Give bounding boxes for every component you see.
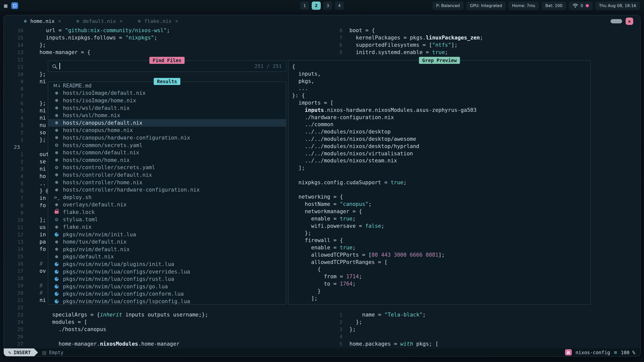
result-filename: README.md [63, 83, 92, 89]
line-number: 17 [4, 267, 23, 275]
code-line[interactable]: 23 specialArgs = {inherit inputs outputs… [4, 311, 335, 319]
code-line[interactable]: 14}; [4, 41, 335, 49]
result-item[interactable]: >_deploy.sh [48, 194, 286, 201]
line-number: 5 [4, 180, 23, 187]
tab-default.nix[interactable]: ❄default.nix× [76, 18, 123, 24]
code-line[interactable]: 13home-manager = { [4, 49, 335, 56]
status-dot-icon [586, 4, 589, 7]
wifi-icon [573, 4, 578, 8]
result-item[interactable]: ❄flake.nix [48, 223, 286, 231]
code-line[interactable]: 8boot = { [335, 27, 641, 34]
tab-close-icon[interactable]: × [175, 18, 178, 24]
clock-module: Thu Aug 08, 18:16 [595, 2, 640, 10]
line-number: 8 [4, 85, 23, 93]
yaml-icon: ⚙ [53, 165, 60, 170]
result-item[interactable]: pkgs/nvim/nvim/lua/configs/lspconfig.lua [48, 298, 286, 305]
line-number: 3 [4, 122, 23, 129]
code-line[interactable]: 22 [4, 304, 335, 311]
result-item[interactable]: ❄hosts/canopus/home.nix [48, 127, 286, 134]
workspace-button-2[interactable]: 2 [312, 2, 321, 10]
result-item[interactable]: ❄pkgs/nvim/default.nix [48, 246, 286, 253]
code-text: modules = [ [23, 319, 87, 326]
app-launcher-icon[interactable]: ▦ [4, 3, 7, 9]
window-toggle-icon[interactable] [611, 19, 622, 23]
workspace-button-3[interactable]: 3 [323, 2, 332, 10]
lock-icon [55, 211, 59, 214]
tab-flake.nix[interactable]: ❄flake.nix× [138, 18, 178, 24]
result-filename: pkgs/nvim/nvim/lua/configs/rust.lua [63, 276, 174, 282]
result-item[interactable]: ⚙stylua.toml [48, 216, 286, 223]
result-item[interactable]: pkgs/nvim/nvim/lua/plugins/init.lua [48, 260, 286, 268]
code-line[interactable]: 15 inputs.nixpkgs.follows = "nixpkgs"; [4, 34, 335, 41]
shell-icon: >_ [53, 195, 60, 200]
result-filename: hosts/wsl/home.nix [63, 112, 120, 118]
result-item[interactable]: pkgs/nvim/nvim/init.lua [48, 231, 286, 238]
result-item[interactable]: pkgs/nvim/nvim/lua/configs/go.lua [48, 283, 286, 290]
result-item[interactable]: ❄hosts/controller/hardware-configuration… [48, 186, 286, 194]
result-item[interactable]: ❄hosts/common/home.nix [48, 156, 286, 164]
result-item[interactable]: ❄hosts/wsl/home.nix [48, 112, 286, 119]
workspace-button-1[interactable]: 1 [300, 2, 309, 10]
result-item[interactable]: ❄pkgs/default.nix [48, 253, 286, 261]
code-line[interactable]: 5home.packages = with pkgs; [ [335, 340, 641, 348]
code-text: fo [23, 202, 46, 209]
preview-line: }: { [292, 92, 590, 99]
workspace-button-4[interactable]: 4 [335, 2, 344, 10]
editor-window: ❄home.nix×❄default.nix×❄flake.nix× × 16 … [3, 15, 641, 357]
code-line[interactable]: 2 }; [335, 319, 641, 326]
result-item[interactable]: ❄hosts/canopus/hardware-configuration.ni… [48, 134, 286, 142]
result-item[interactable]: pkgs/nvim/nvim/lua/configs/conform.lua [48, 290, 286, 298]
tab-close-icon[interactable]: × [58, 18, 61, 24]
code-line[interactable]: 4 [335, 333, 641, 340]
result-item[interactable]: ⚙hosts/common/secrets.yaml [48, 142, 286, 149]
result-item[interactable]: ❄hosts/common/default.nix [48, 149, 286, 156]
tab-home.nix[interactable]: ❄home.nix× [24, 18, 61, 24]
code-text [23, 304, 39, 311]
powerline-separator [34, 349, 38, 356]
tab-close-icon[interactable]: × [119, 18, 123, 24]
preview-line: enable = true; [292, 244, 590, 251]
result-item[interactable]: ❄hosts/controller/default.nix [48, 171, 286, 179]
result-item[interactable]: ⚙hosts/controller/secrets.yaml [48, 164, 286, 171]
line-number: 13 [4, 49, 23, 56]
result-item[interactable]: flake.lock [48, 208, 286, 216]
code-text: so [23, 129, 46, 136]
line-number: 25 [4, 326, 23, 333]
code-line[interactable]: 1 name = "Tela-black"; [335, 311, 641, 319]
result-item[interactable]: pkgs/nvim/nvim/lua/configs/rust.lua [48, 275, 286, 283]
result-item[interactable]: ❄hosts/controller/home.nix [48, 179, 286, 186]
result-item[interactable]: ❄hosts/isoImage/home.nix [48, 97, 286, 104]
result-item[interactable]: ❄hosts/canopus/default.nix [48, 119, 286, 127]
result-item[interactable]: ❄hosts/isoImage/default.nix [48, 89, 286, 97]
result-item[interactable]: ❄hosts/wsl/default.nix [48, 104, 286, 112]
result-item[interactable]: ❄home/tux/default.nix [48, 238, 286, 246]
status-module: GPU: Integrated [466, 2, 506, 10]
nix-icon: ❄ [53, 247, 60, 252]
logo-icon[interactable] [11, 2, 18, 9]
code-line[interactable]: 24 modules = [ [4, 319, 335, 326]
buffer-indicator: ▤ Empty [42, 350, 63, 355]
code-line[interactable]: 7 kernelPackages = pkgs.linuxPackages_ze… [335, 34, 641, 41]
code-line[interactable]: 6 supportedFilesystems = ["ntfs"]; [335, 41, 641, 49]
result-item[interactable]: ❄overlays/default.nix [48, 201, 286, 209]
lua-icon [55, 233, 59, 237]
code-text: fo [23, 246, 46, 253]
window-close-button[interactable]: × [626, 18, 633, 25]
line-number: 5 [4, 107, 23, 114]
code-line[interactable]: 5 initrd.systemd.enable = true; [335, 49, 641, 56]
line-number: 2 [335, 319, 342, 326]
status-line: ✎ INSERT ▤ Empty ▦ nixos-config ≡ 100 % [4, 348, 640, 356]
preview-line: wifi.powersave = false; [292, 222, 590, 230]
line-number: 27 [4, 340, 23, 348]
nix-icon: ❄ [53, 150, 60, 155]
markdown-icon: M↓ [53, 83, 60, 88]
code-line[interactable]: 3}; [335, 326, 641, 333]
result-item[interactable]: pkgs/nvim/nvim/lua/configs/overrides.lua [48, 268, 286, 276]
code-line[interactable]: 26 [4, 333, 335, 340]
nix-icon: ❄ [53, 239, 60, 245]
code-line[interactable]: 25 ./hosts/canopus [4, 326, 335, 333]
code-line[interactable]: 16 url = "github:nix-community/nixos-wsl… [4, 27, 335, 34]
code-text: }; [23, 100, 46, 107]
code-line[interactable]: 27 home-manager.nixosModules.home-manage… [4, 340, 335, 348]
result-filename: pkgs/nvim/default.nix [63, 246, 130, 252]
